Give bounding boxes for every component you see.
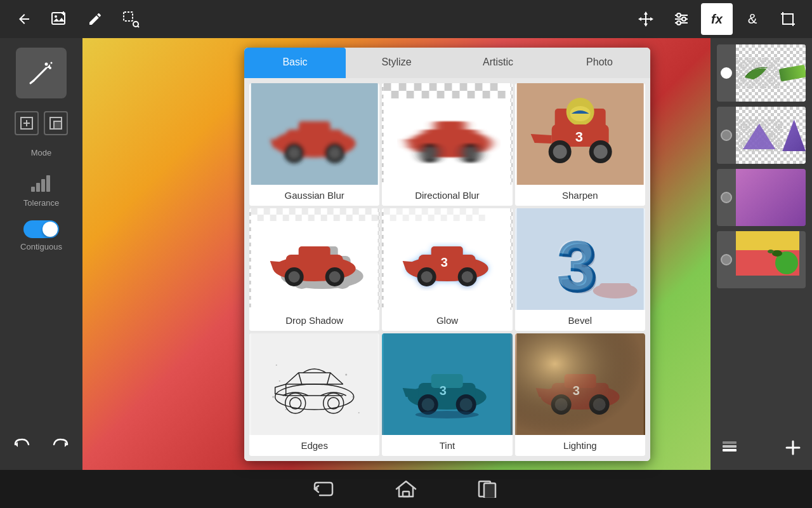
svg-point-210 — [768, 250, 774, 253]
layer-thumb-2 — [736, 107, 806, 164]
effect-bevel[interactable]: 3 3 3 Bevel — [515, 208, 645, 331]
svg-rect-129 — [409, 208, 416, 215]
svg-rect-27 — [46, 175, 50, 192]
tolerance-item[interactable]: Tolerance — [0, 170, 82, 208]
tab-artistic[interactable]: Artistic — [447, 48, 549, 78]
layer-item-3[interactable] — [717, 169, 806, 226]
svg-rect-133 — [435, 208, 441, 215]
svg-rect-38 — [384, 83, 391, 91]
tint-label: Tint — [382, 435, 512, 456]
effects-tabs: Basic Stylize Artistic Photo — [244, 48, 650, 78]
svg-rect-63 — [483, 83, 490, 91]
tab-stylize[interactable]: Stylize — [346, 48, 447, 78]
crop-button[interactable] — [772, 3, 804, 35]
add-mode-icon[interactable] — [15, 111, 39, 135]
svg-rect-218 — [484, 483, 495, 498]
svg-point-182 — [422, 398, 435, 411]
svg-rect-54 — [445, 83, 452, 91]
layers-icon-button[interactable] — [717, 435, 742, 460]
layer-radio-3 — [721, 192, 732, 203]
layer-thumb-1 — [736, 44, 806, 102]
lighting-thumb: 3 — [515, 333, 645, 435]
svg-rect-103 — [334, 215, 340, 221]
fx-button[interactable]: fx — [701, 3, 733, 35]
tab-basic[interactable]: Basic — [244, 48, 346, 78]
svg-point-175 — [276, 364, 277, 366]
effect-tint[interactable]: 3 Tint — [382, 333, 512, 456]
adjustments-button[interactable] — [665, 3, 697, 35]
svg-point-15 — [45, 63, 48, 66]
selection-button[interactable] — [115, 3, 147, 35]
svg-rect-138 — [466, 215, 473, 221]
svg-point-12 — [677, 21, 681, 25]
recent-nav-button[interactable] — [473, 476, 504, 502]
svg-rect-53 — [437, 91, 445, 98]
layer-item-1[interactable] — [717, 44, 806, 102]
redo-button[interactable] — [48, 432, 73, 457]
svg-rect-108 — [365, 208, 372, 215]
effect-sharpen[interactable]: 3 Sharpen — [515, 83, 645, 206]
effects-modal: Basic Stylize Artistic Photo — [244, 48, 650, 461]
svg-rect-94 — [277, 208, 283, 215]
svg-rect-25 — [36, 183, 40, 192]
svg-point-172 — [352, 396, 353, 398]
layer-item-2[interactable] — [717, 107, 806, 164]
svg-point-35 — [329, 147, 341, 159]
svg-rect-68 — [490, 91, 498, 98]
effect-directional-blur[interactable]: Directional Blur — [382, 83, 512, 206]
mode-label: Mode — [31, 148, 52, 157]
layer-radio-4 — [721, 254, 732, 265]
move-button[interactable] — [630, 3, 662, 35]
combine-button[interactable]: & — [737, 3, 768, 35]
svg-rect-93 — [270, 215, 277, 221]
svg-rect-132 — [428, 215, 435, 221]
svg-rect-109 — [372, 215, 378, 221]
svg-point-171 — [345, 374, 347, 376]
draw-button[interactable] — [79, 3, 111, 35]
mode-item[interactable]: Mode — [0, 145, 82, 157]
svg-rect-52 — [429, 91, 437, 98]
back-button[interactable] — [8, 3, 40, 35]
contiguous-toggle[interactable] — [23, 220, 59, 238]
tab-photo[interactable]: Photo — [549, 48, 650, 78]
svg-point-184 — [460, 398, 473, 411]
effect-gaussian-blur[interactable]: Gaussian Blur — [249, 83, 379, 206]
svg-rect-40 — [384, 91, 391, 98]
home-nav-button[interactable] — [390, 476, 422, 502]
subtract-mode-icon[interactable] — [44, 111, 68, 135]
svg-rect-102 — [327, 208, 334, 215]
add-image-button[interactable] — [44, 3, 75, 35]
sharpen-thumb: 3 — [515, 83, 645, 185]
effects-grid: Gaussian Blur — [244, 78, 650, 461]
effect-edges[interactable]: Edges — [249, 333, 379, 456]
svg-line-13 — [34, 68, 46, 81]
svg-rect-67 — [498, 83, 506, 91]
add-layer-button[interactable] — [780, 435, 806, 460]
undo-redo-bar — [0, 425, 82, 464]
svg-rect-59 — [468, 83, 475, 91]
effect-lighting[interactable]: 3 Lighting — [515, 333, 645, 456]
contiguous-label: Contiguous — [20, 242, 62, 251]
svg-rect-118 — [299, 246, 331, 260]
svg-point-120 — [289, 271, 300, 283]
layer-item-4[interactable] — [717, 231, 806, 288]
effect-glow[interactable]: 3 Glow — [382, 208, 512, 331]
tolerance-icon — [25, 170, 57, 196]
svg-rect-198 — [516, 333, 643, 435]
back-nav-button[interactable] — [308, 476, 339, 502]
svg-rect-23 — [54, 121, 62, 129]
glow-label: Glow — [382, 310, 512, 331]
svg-rect-4 — [124, 12, 133, 21]
mode-icons — [15, 111, 68, 135]
svg-rect-97 — [296, 215, 302, 221]
svg-rect-99 — [308, 215, 315, 221]
svg-rect-180 — [431, 374, 463, 388]
svg-rect-107 — [359, 215, 365, 221]
effect-drop-shadow[interactable]: Drop Shadow — [249, 208, 379, 331]
undo-button[interactable] — [10, 432, 35, 457]
svg-text:3: 3 — [575, 129, 582, 145]
svg-rect-66 — [490, 83, 498, 91]
svg-rect-58 — [460, 83, 468, 91]
magic-wand-tool[interactable] — [16, 48, 67, 98]
contiguous-item[interactable]: Contiguous — [0, 220, 82, 251]
